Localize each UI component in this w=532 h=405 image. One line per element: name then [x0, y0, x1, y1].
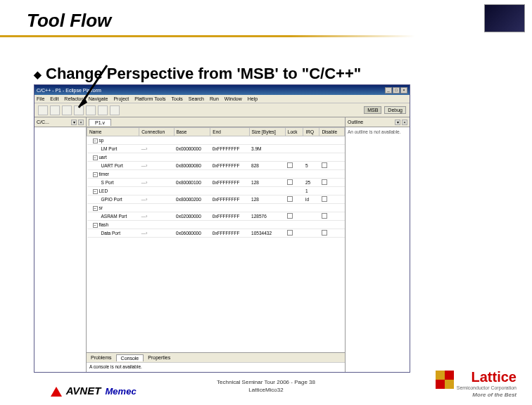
table-cell: [174, 153, 210, 162]
checkbox[interactable]: [287, 179, 293, 185]
col-header[interactable]: Base: [174, 128, 210, 136]
checkbox[interactable]: [287, 196, 293, 202]
table-row[interactable]: −timer: [87, 170, 345, 179]
console-body: A console is not available.: [87, 362, 345, 372]
table-cell: —›: [139, 145, 174, 153]
menu-run[interactable]: Run: [210, 96, 219, 101]
table-cell: [139, 170, 174, 179]
editor-tabs: P1.v: [87, 117, 345, 127]
table-cell: 128576: [249, 212, 285, 221]
expand-toggle-icon[interactable]: −: [93, 206, 98, 211]
expand-toggle-icon[interactable]: −: [93, 189, 98, 194]
table-row[interactable]: Data Port—›0x060000000xFFFFFFFF10534432: [87, 229, 345, 238]
table-cell: [285, 145, 303, 153]
perspective-debug[interactable]: Debug: [384, 106, 406, 114]
menu-help[interactable]: Help: [248, 96, 258, 101]
checkbox[interactable]: [287, 162, 293, 168]
view-menu-icon[interactable]: ▾: [71, 120, 77, 125]
view-close-icon[interactable]: ×: [78, 120, 84, 125]
table-cell: [303, 204, 319, 212]
checkbox[interactable]: [322, 179, 327, 185]
col-header[interactable]: Size [Bytes]: [249, 128, 285, 136]
table-cell: 128: [249, 179, 285, 187]
view-close-icon[interactable]: ×: [402, 120, 407, 125]
expand-toggle-icon[interactable]: −: [93, 155, 98, 160]
projects-view-tab[interactable]: C/C... ▾×: [34, 117, 86, 127]
table-row[interactable]: −flash: [87, 221, 345, 229]
view-menu-icon[interactable]: ▾: [395, 120, 400, 125]
table-cell: [210, 136, 249, 145]
toolbar-button[interactable]: [74, 105, 84, 115]
checkbox[interactable]: [287, 213, 293, 219]
toolbar-button[interactable]: [62, 105, 72, 115]
checkbox[interactable]: [322, 213, 327, 219]
menu-search[interactable]: Search: [189, 96, 204, 101]
perspective-msb[interactable]: MSB: [364, 106, 381, 114]
tab-console[interactable]: Console: [116, 354, 144, 361]
table-cell: [319, 170, 345, 179]
col-header[interactable]: Connection: [139, 128, 174, 136]
table-cell: [285, 221, 303, 229]
component-table: NameConnectionBaseEndSize [Bytes]LockIRQ…: [87, 127, 345, 238]
col-header[interactable]: End: [210, 128, 249, 136]
expand-toggle-icon[interactable]: −: [93, 172, 98, 177]
table-cell: −sp: [87, 136, 139, 145]
chip-logo-icon: [484, 4, 525, 32]
window-titlebar[interactable]: C/C++ - P1 - Eclipse Platform _ □ ×: [34, 85, 410, 95]
menu-project[interactable]: Project: [113, 96, 129, 101]
table-row[interactable]: −uart: [87, 153, 345, 162]
table-cell: [285, 162, 303, 170]
close-button[interactable]: ×: [400, 87, 407, 94]
table-row[interactable]: −sr: [87, 204, 345, 212]
menu-edit[interactable]: Edit: [50, 96, 58, 101]
table-row[interactable]: −LED1: [87, 187, 345, 195]
table-cell: 0x80000100: [174, 179, 210, 187]
table-cell: [285, 170, 303, 179]
menu-file[interactable]: File: [37, 96, 44, 101]
col-header[interactable]: Lock: [285, 128, 303, 136]
menu-navigate[interactable]: Navigate: [89, 96, 108, 101]
checkbox[interactable]: [322, 230, 327, 236]
table-cell: LM Port: [87, 145, 139, 153]
table-cell: [249, 136, 285, 145]
table-row[interactable]: LM Port—›0x000000000xFFFFFFFF3.9M: [87, 145, 345, 153]
toolbar-button[interactable]: [38, 105, 48, 115]
table-cell: [303, 153, 319, 162]
outline-view-tab[interactable]: Outline ▾×: [346, 117, 410, 127]
table-row[interactable]: GPIO Port—›0x800002000xFFFFFFFF128id: [87, 195, 345, 204]
table-row[interactable]: ASRAM Port—›0x020000000xFFFFFFFF128576: [87, 212, 345, 221]
toolbar-button[interactable]: [50, 105, 60, 115]
menu-refactor[interactable]: Refactor: [64, 96, 82, 101]
toolbar: MSB Debug: [34, 103, 410, 117]
menu-platform-tools[interactable]: Platform Tools: [134, 96, 165, 101]
table-cell: 0xFFFFFFFF: [210, 195, 249, 204]
checkbox[interactable]: [322, 162, 327, 168]
col-header[interactable]: IRQ: [303, 128, 319, 136]
editor-tab-p1[interactable]: P1.v: [89, 119, 111, 126]
table-row[interactable]: S Port—›0x800001000xFFFFFFFF12825: [87, 179, 345, 187]
toolbar-button[interactable]: [86, 105, 96, 115]
toolbar-button[interactable]: [110, 105, 120, 115]
menu-window[interactable]: Window: [224, 96, 242, 101]
table-row[interactable]: −sp: [87, 136, 345, 145]
lattice-sub: Semiconductor Corporation: [457, 385, 517, 390]
checkbox[interactable]: [287, 230, 293, 236]
table-cell: 0xFFFFFFFF: [210, 179, 249, 187]
col-header[interactable]: Disable: [319, 128, 345, 136]
toolbar-button[interactable]: [98, 105, 108, 115]
col-header[interactable]: Name: [87, 128, 139, 136]
table-cell: [285, 204, 303, 212]
expand-toggle-icon[interactable]: −: [93, 223, 98, 228]
outline-message: An outline is not available.: [346, 127, 410, 136]
maximize-button[interactable]: □: [393, 87, 400, 94]
table-row[interactable]: UART Port—›0x800000800xFFFFFFFF8285: [87, 162, 345, 170]
table-cell: [285, 195, 303, 204]
tab-problems[interactable]: Problems: [87, 354, 116, 361]
checkbox[interactable]: [322, 196, 327, 202]
tab-properties[interactable]: Properties: [144, 354, 175, 361]
menu-tools[interactable]: Tools: [171, 96, 182, 101]
table-cell: [319, 145, 345, 153]
table-cell: 3.9M: [249, 145, 285, 153]
minimize-button[interactable]: _: [385, 87, 392, 94]
expand-toggle-icon[interactable]: −: [93, 139, 98, 143]
